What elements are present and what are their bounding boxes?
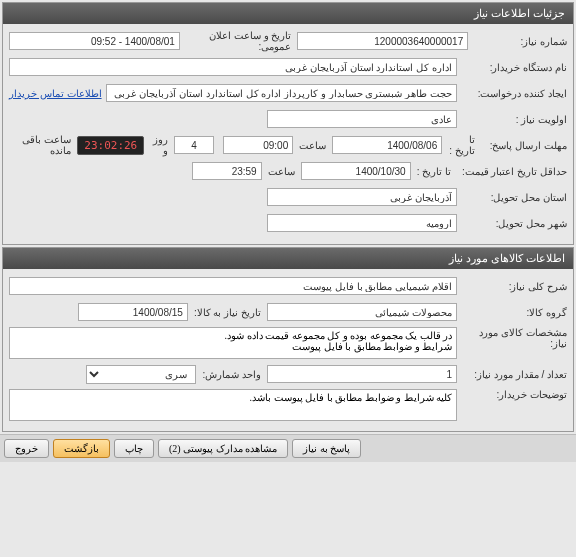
time-label-1: ساعت <box>293 140 332 151</box>
buyer-org-field <box>9 58 457 76</box>
announce-label: تاریخ و ساعت اعلان عمومی: <box>180 30 297 52</box>
spec-field <box>9 327 457 359</box>
panel2-title: اطلاعات کالاهای مورد نیاز <box>3 248 573 269</box>
buyer-org-label: نام دستگاه خریدار: <box>457 62 567 73</box>
days-left-field <box>174 136 214 154</box>
buyer-contact-link[interactable]: اطلاعات تماس خریدار <box>9 88 106 99</box>
need-date-label: تاریخ نیاز به کالا: <box>188 307 267 318</box>
qty-field <box>267 365 457 383</box>
reply-button[interactable]: پاسخ به نیاز <box>292 439 361 458</box>
print-button[interactable]: چاپ <box>114 439 154 458</box>
exit-button[interactable]: خروج <box>4 439 49 458</box>
panel1-body: شماره نیاز: تاریخ و ساعت اعلان عمومی: نا… <box>3 24 573 244</box>
deadline-time-field <box>223 136 293 154</box>
priority-field <box>267 110 457 128</box>
attachments-button[interactable]: مشاهده مدارک پیوستی (2) <box>158 439 288 458</box>
deadline-label: مهلت ارسال پاسخ: <box>481 140 567 151</box>
desc-label: شرح کلی نیاز: <box>457 281 567 292</box>
panel1-title: جزئیات اطلاعات نیاز <box>3 3 573 24</box>
request-no-label: شماره نیاز: <box>468 36 567 47</box>
delivery-prov-field <box>267 188 457 206</box>
validity-time-field <box>192 162 262 180</box>
action-bar: پاسخ به نیاز مشاهده مدارک پیوستی (2) چاپ… <box>0 434 576 462</box>
spec-label: مشخصات کالای مورد نیاز: <box>457 327 567 349</box>
time-label-2: ساعت <box>262 166 301 177</box>
validity-date-field <box>301 162 411 180</box>
qty-label: تعداد / مقدار مورد نیاز: <box>457 369 567 380</box>
countdown-timer: 23:02:26 <box>77 136 144 155</box>
validity-label: حداقل تاریخ اعتبار قیمت: <box>457 166 567 177</box>
delivery-city-field <box>267 214 457 232</box>
creator-field <box>106 84 457 102</box>
to-date-label-2: تا تاریخ : <box>411 166 457 177</box>
notes-field <box>9 389 457 421</box>
need-date-field <box>78 303 188 321</box>
group-field <box>267 303 457 321</box>
panel2-body: شرح کلی نیاز: گروه کالا: تاریخ نیاز به ک… <box>3 269 573 431</box>
notes-label: توضیحات خریدار: <box>457 389 567 400</box>
desc-field <box>9 277 457 295</box>
unit-select[interactable]: سری <box>86 365 196 384</box>
delivery-city-label: شهر محل تحویل: <box>457 218 567 229</box>
deadline-date-field <box>332 136 442 154</box>
creator-label: ایجاد کننده درخواست: <box>457 88 567 99</box>
announce-field <box>9 32 180 50</box>
group-label: گروه کالا: <box>457 307 567 318</box>
priority-label: اولویت نیاز : <box>457 114 567 125</box>
remain-text: ساعت باقی مانده <box>9 134 77 156</box>
back-button[interactable]: بازگشت <box>53 439 110 458</box>
delivery-prov-label: استان محل تحویل: <box>457 192 567 203</box>
request-no-field <box>297 32 468 50</box>
need-details-panel: جزئیات اطلاعات نیاز شماره نیاز: تاریخ و … <box>2 2 574 245</box>
unit-label: واحد شمارش: <box>196 369 267 380</box>
goods-info-panel: اطلاعات کالاهای مورد نیاز شرح کلی نیاز: … <box>2 247 574 432</box>
days-text: روز و <box>144 134 174 156</box>
to-date-label: تا تاریخ : <box>442 134 481 156</box>
